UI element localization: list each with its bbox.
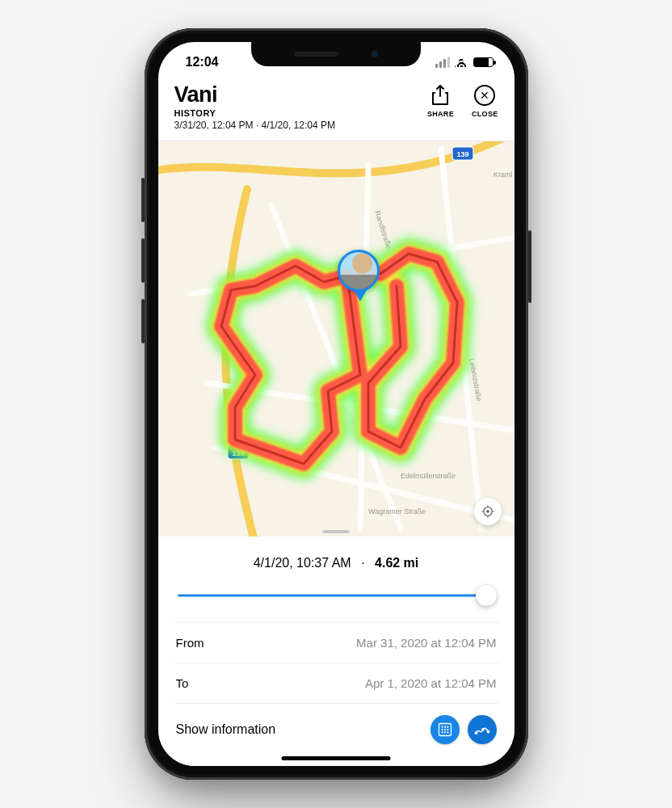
svg-point-18: [487, 730, 489, 732]
svg-text:139: 139: [456, 150, 468, 158]
svg-point-8: [443, 726, 445, 728]
page-header: Vani HISTORY 3/31/20, 12:04 PM · 4/1/20,…: [158, 78, 514, 141]
map-view[interactable]: Randlstraße Leibnizstraße Edelmüllerstra…: [158, 141, 514, 537]
close-icon: ✕: [473, 84, 496, 107]
street-label: Wagramer Straße: [368, 507, 426, 516]
share-icon: [429, 84, 452, 107]
avatar: [338, 250, 380, 292]
svg-point-17: [481, 729, 483, 730]
device-notch: [251, 42, 421, 66]
show-info-row: Show information: [174, 703, 498, 752]
location-pin[interactable]: [338, 250, 383, 306]
date-range: 3/31/20, 12:04 PM · 4/1/20, 12:04 PM: [174, 120, 335, 131]
street-label: Kraml: [494, 170, 513, 179]
sheet-drag-handle[interactable]: [322, 530, 350, 533]
cellular-icon: [435, 57, 450, 68]
phone-frame: 12:04 Vani HISTORY 3/31/20, 12:04 PM · 4…: [145, 28, 528, 780]
crosshair-icon: [481, 504, 495, 519]
from-value: Mar 31, 2020 at 12:04 PM: [356, 636, 496, 650]
screen: 12:04 Vani HISTORY 3/31/20, 12:04 PM · 4…: [158, 42, 514, 766]
slider-thumb[interactable]: [476, 585, 497, 606]
to-value: Apr 1, 2020 at 12:04 PM: [365, 676, 497, 690]
svg-point-12: [447, 729, 448, 730]
svg-point-7: [441, 726, 443, 728]
timeline-slider[interactable]: [178, 583, 495, 608]
summary-row: 4/1/20, 10:37 AM · 4.62 mi: [174, 537, 498, 580]
to-label: To: [176, 676, 189, 690]
close-button[interactable]: ✕ CLOSE: [472, 84, 498, 118]
svg-point-16: [475, 732, 477, 734]
svg-point-11: [443, 729, 445, 730]
svg-point-15: [447, 731, 448, 733]
svg-point-10: [441, 729, 443, 730]
map-svg: Randlstraße Leibnizstraße Edelmüllerstra…: [158, 141, 514, 537]
grid-dots-icon: [437, 722, 453, 738]
wifi-icon: [455, 57, 468, 67]
battery-icon: [473, 57, 494, 67]
street-label: Randlstraße: [373, 210, 393, 250]
status-time: 12:04: [178, 50, 219, 69]
status-icons: [435, 52, 495, 68]
summary-time: 4/1/20, 10:37 AM: [254, 556, 351, 570]
share-button[interactable]: SHARE: [427, 84, 454, 118]
route-shield: 139: [452, 147, 473, 160]
street-label: Edelmüllerstraße: [401, 472, 456, 480]
bottom-sheet: 4/1/20, 10:37 AM · 4.62 mi From Mar 31, …: [158, 537, 514, 766]
locate-me-button[interactable]: [474, 498, 502, 525]
view-path-button[interactable]: [468, 715, 497, 744]
summary-distance: 4.62 mi: [375, 556, 418, 570]
svg-point-5: [486, 511, 488, 512]
header-titles: Vani HISTORY 3/31/20, 12:04 PM · 4/1/20,…: [174, 82, 335, 131]
to-row[interactable]: To Apr 1, 2020 at 12:04 PM: [174, 663, 498, 703]
path-icon: [474, 722, 490, 738]
from-label: From: [176, 636, 204, 650]
svg-point-13: [441, 731, 443, 733]
svg-point-9: [447, 726, 448, 728]
home-indicator[interactable]: [282, 756, 391, 760]
svg-point-14: [443, 731, 445, 733]
section-label: HISTORY: [174, 108, 335, 118]
pet-name: Vani: [174, 82, 335, 107]
view-heatmap-button[interactable]: [430, 715, 460, 744]
from-row[interactable]: From Mar 31, 2020 at 12:04 PM: [174, 622, 498, 663]
show-info-label: Show information: [176, 722, 276, 737]
